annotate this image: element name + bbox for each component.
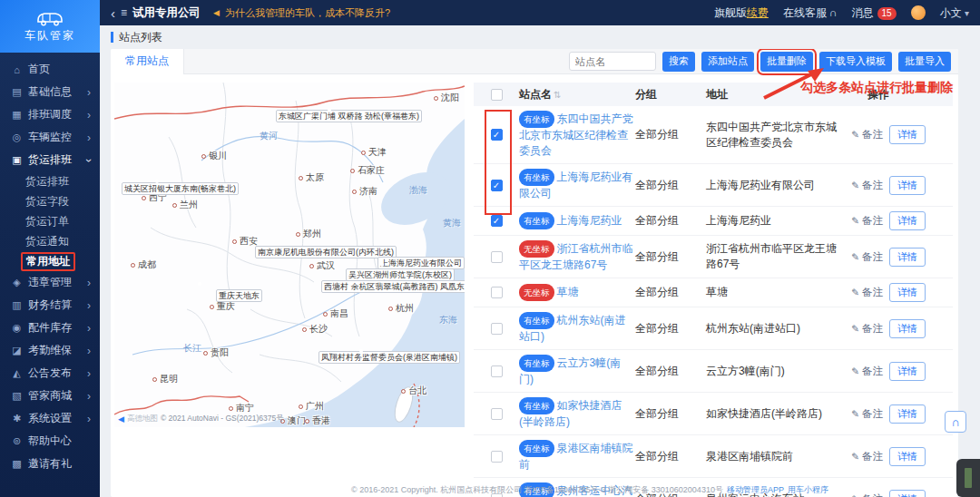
user-menu[interactable]: 小文 ▾ <box>940 5 969 21</box>
note-button[interactable]: ✎ 备注 <box>851 407 883 421</box>
city-dot <box>203 351 208 356</box>
map-pin[interactable] <box>360 242 372 254</box>
sidebar-item-mall[interactable]: ▧ 管家商城 › <box>0 385 100 407</box>
row-checkbox[interactable]: ✓ <box>491 408 503 420</box>
chevron-icon: › <box>87 414 91 424</box>
map-pin[interactable] <box>382 265 400 283</box>
back-icon[interactable]: ‹ <box>111 5 115 21</box>
note-button[interactable]: ✎ 备注 <box>851 128 883 141</box>
floating-support-button[interactable]: ∩ <box>945 411 966 433</box>
row-checkbox[interactable]: ✓ <box>491 251 503 263</box>
group-cell: 全部分组 <box>635 406 706 422</box>
site-name-link[interactable]: 上海海尼药业 <box>557 214 622 227</box>
note-button[interactable]: ✎ 备注 <box>851 365 883 378</box>
nav-label: 货运字段 <box>25 194 69 210</box>
sidebar-item-attendance[interactable]: ◪ 考勤维保 › <box>0 339 100 362</box>
detail-button[interactable]: 详情 <box>889 211 926 230</box>
select-all-checkbox[interactable] <box>491 89 503 101</box>
sidebar-subitem-freight-fields[interactable]: 货运字段 <box>0 191 100 211</box>
detail-button[interactable]: 详情 <box>889 125 926 144</box>
sidebar-item-freight-scheduling[interactable]: ▣ 货运排班 › <box>0 149 100 171</box>
sidebar-item-basic-info[interactable]: ▤ 基础信息 › <box>0 81 100 103</box>
map-pin[interactable] <box>200 284 211 296</box>
detail-button[interactable]: 详情 <box>889 248 926 267</box>
city-dot <box>388 307 393 311</box>
app-window: 车队管家 ⌂ 首页 ▤ 基础信息 › ▦ 排班调度 › <box>0 0 980 497</box>
note-button[interactable]: ✎ 备注 <box>851 214 883 228</box>
headset-icon: ∩ <box>829 6 838 19</box>
nav-icon: ◪ <box>11 345 23 356</box>
tab-common-sites[interactable]: 常用站点 <box>111 49 184 74</box>
chevron-icon: › <box>87 110 91 121</box>
sidebar-item-finance[interactable]: ▥ 财务结算 › <box>0 294 100 317</box>
plan-renew[interactable]: 旗舰版续费 <box>714 5 769 21</box>
chevron-icon: › <box>87 368 91 379</box>
china-map[interactable]: 沈阳 天津 银川 <box>114 83 465 427</box>
avatar[interactable] <box>911 5 926 20</box>
row-checkbox[interactable]: ✓ <box>491 365 503 377</box>
map-poi-label: 东城区广渠门埔 双桥路 劲松(章福巷东) <box>276 110 422 122</box>
detail-button[interactable]: 详情 <box>889 176 926 195</box>
map-city-label: 重庆 <box>210 300 235 313</box>
map-pin[interactable] <box>329 110 341 122</box>
map-poi-label: 吴兴区湖州师范学院(东校区) <box>346 268 455 281</box>
sidebar-subitem-freight-notice[interactable]: 货运通知 <box>0 231 100 251</box>
nav-icon: ✱ <box>11 413 23 424</box>
site-name-search-input[interactable] <box>569 52 656 71</box>
site-name-link[interactable]: 草塘 <box>557 286 579 298</box>
row-checkbox[interactable]: ✓ <box>491 323 503 335</box>
footer-link-mini-program[interactable]: 用车小程序 <box>788 485 828 494</box>
note-button[interactable]: ✎ 备注 <box>851 450 883 463</box>
annotation-checkbox-box <box>485 110 512 215</box>
city-dot <box>210 305 214 309</box>
site-list-card: 常用站点 搜索 添加站点 批量删除 下载导入模板 <box>111 49 958 497</box>
detail-button[interactable]: 详情 <box>889 404 926 424</box>
sidebar-item-help-center[interactable]: ⊚ 帮助中心 <box>0 430 100 453</box>
sidebar-item-parts-inventory[interactable]: ◉ 配件库存 › <box>0 317 100 339</box>
row-checkbox[interactable]: ✓ <box>491 287 503 298</box>
messages[interactable]: 消息15 <box>852 5 897 21</box>
map-pin[interactable] <box>157 181 169 193</box>
batch-import-button[interactable]: 批量导入 <box>898 52 951 72</box>
address-cell: 泉港区南埔镇院前 <box>706 449 851 464</box>
sidebar-item-announcements[interactable]: ◭ 公告发布 › <box>0 362 100 385</box>
online-support[interactable]: 在线客服∩ <box>783 5 838 21</box>
detail-button[interactable]: 详情 <box>889 362 926 381</box>
nav-label: 基础信息 <box>28 84 72 100</box>
note-button[interactable]: ✎ 备注 <box>851 322 883 336</box>
renew-link[interactable]: 续费 <box>747 6 769 19</box>
note-button[interactable]: ✎ 备注 <box>851 286 883 299</box>
detail-button[interactable]: 详情 <box>889 283 926 302</box>
sidebar-item-invite[interactable]: ▩ 邀请有礼 <box>0 453 100 475</box>
detail-button[interactable]: 详情 <box>889 447 926 466</box>
sidebar-subitem-freight-orders[interactable]: 货运订单 <box>0 211 100 231</box>
sidebar-subitem-freight-scheduling[interactable]: 货运排班 <box>0 171 100 191</box>
address-cell: 杭州东站(南进站口) <box>706 321 851 336</box>
footer-link-admin-app[interactable]: 移动管理员APP <box>727 485 784 494</box>
search-button[interactable]: 搜索 <box>662 52 695 72</box>
car-icon <box>34 10 65 26</box>
sidebar-item-scheduling[interactable]: ▦ 排班调度 › <box>0 103 100 126</box>
note-button[interactable]: ✎ 备注 <box>851 179 883 192</box>
org-menu-icon[interactable]: ≡ <box>121 6 127 19</box>
sort-icon[interactable]: ⇅ <box>554 90 561 100</box>
map-city-label: 沈阳 <box>434 92 459 104</box>
map-pin[interactable] <box>361 351 373 363</box>
corner-widget[interactable] <box>956 459 980 497</box>
sidebar-subitem-common-addresses[interactable]: 常用地址 <box>0 251 100 271</box>
sidebar-item-violations[interactable]: ◈ 违章管理 › <box>0 271 100 294</box>
detail-button[interactable]: 详情 <box>889 319 926 338</box>
sidebar-item-home[interactable]: ⌂ 首页 <box>0 58 100 81</box>
sidebar-item-settings[interactable]: ✱ 系统设置 › <box>0 407 100 430</box>
row-checkbox[interactable]: ✓ <box>491 215 503 227</box>
row-checkbox[interactable]: ✓ <box>491 451 503 463</box>
page-footer: © 2016-2021 Copyright. 杭州国点科技有限公司 浙ICP备1… <box>200 484 980 496</box>
sidebar-item-vehicle-monitor[interactable]: ◎ 车辆监控 › <box>0 126 100 149</box>
note-button[interactable]: ✎ 备注 <box>851 250 883 264</box>
map-pin[interactable] <box>406 275 417 287</box>
table-row: ✓ 无坐标浙江省杭州市临平区龙王塘路67号 全部分组 浙江省杭州市临平区龙王塘路… <box>474 236 953 278</box>
company-name[interactable]: 试用专用公司 <box>132 5 201 21</box>
map-city-label: 西安 <box>232 235 258 248</box>
chevron-icon: › <box>87 391 91 402</box>
city-dot <box>296 232 300 237</box>
